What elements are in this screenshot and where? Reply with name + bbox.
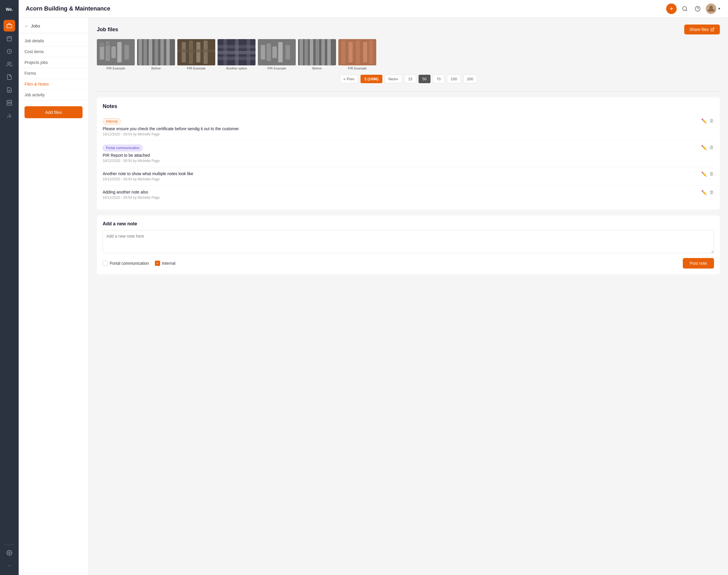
internal-label: Internal xyxy=(162,261,176,266)
note-text: Adding another note also xyxy=(103,190,714,194)
page-size-200[interactable]: 200 xyxy=(463,75,477,83)
delete-note-icon[interactable]: 🗑 xyxy=(709,171,714,177)
user-avatar-container[interactable]: ▼ xyxy=(706,3,721,14)
delete-note-icon[interactable]: 🗑 xyxy=(709,190,714,195)
notes-title: Notes xyxy=(103,103,714,109)
note-text: Another note to show what multiple notes… xyxy=(103,171,714,176)
edit-note-icon[interactable]: ✏️ xyxy=(701,145,707,150)
svg-line-20 xyxy=(712,28,714,30)
help-icon[interactable] xyxy=(693,4,702,13)
edit-note-icon[interactable]: ✏️ xyxy=(701,118,707,124)
notes-section: Notes Internal Please ensure you check t… xyxy=(97,98,720,210)
nav-bar: We. xyxy=(0,0,19,575)
sidebar-item-files-notes[interactable]: Files & Notes xyxy=(19,79,88,90)
note-meta: 16/12/2020 - 09:54 by Michelle Page xyxy=(103,132,714,136)
nav-settings[interactable] xyxy=(3,547,15,559)
note-text: Please ensure you check the certificate … xyxy=(103,126,714,131)
image-thumb xyxy=(298,39,336,65)
svg-rect-9 xyxy=(7,100,12,102)
job-files-title: Job files xyxy=(97,27,118,33)
svg-rect-34 xyxy=(160,39,164,65)
delete-note-icon[interactable]: 🗑 xyxy=(709,145,714,150)
image-item[interactable]: Another option xyxy=(218,39,255,70)
prev-page-button[interactable]: « Prev xyxy=(340,75,359,83)
note-item: Portal communication PIR Report to be at… xyxy=(103,141,714,167)
svg-rect-51 xyxy=(266,43,271,61)
image-item[interactable]: PIR Example xyxy=(97,39,135,70)
note-actions: ✏️ 🗑 xyxy=(701,118,714,124)
svg-rect-65 xyxy=(356,41,360,64)
page-size-70[interactable]: 70 xyxy=(433,75,444,83)
svg-rect-41 xyxy=(177,49,215,52)
svg-point-14 xyxy=(9,552,10,554)
svg-rect-54 xyxy=(286,45,290,60)
nav-chart[interactable] xyxy=(3,110,15,122)
add-note-section: Add a new note Portal communication ✓ In… xyxy=(97,215,720,274)
note-textarea[interactable] xyxy=(103,230,714,253)
sidebar-item-projects-jobs[interactable]: Projects jobs xyxy=(19,57,88,68)
nav-calendar[interactable] xyxy=(3,33,15,44)
note-tag-internal: Internal xyxy=(103,118,121,125)
image-item[interactable]: Before xyxy=(298,39,336,70)
svg-rect-66 xyxy=(363,42,367,63)
sidebar-item-job-details[interactable]: Job details xyxy=(19,36,88,46)
note-meta: 16/12/2020 - 09:54 by Michelle Page xyxy=(103,196,714,200)
image-item[interactable]: Before xyxy=(137,39,175,70)
note-checkboxes: Portal communication ✓ Internal xyxy=(103,261,175,266)
page-size-50[interactable]: 50 xyxy=(418,75,430,83)
image-label: PIR Example xyxy=(106,67,125,70)
share-files-button[interactable]: Share files xyxy=(684,25,720,34)
nav-clock[interactable] xyxy=(3,45,15,57)
nav-briefcase[interactable] xyxy=(3,20,15,32)
post-note-button[interactable]: Post note xyxy=(683,258,714,269)
svg-rect-53 xyxy=(278,42,283,63)
image-item[interactable]: PIR Example xyxy=(338,39,376,70)
svg-rect-1 xyxy=(7,36,12,41)
next-page-button[interactable]: Next» xyxy=(385,75,402,83)
edit-note-icon[interactable]: ✏️ xyxy=(701,171,707,177)
note-text: PIR Report to be attached xyxy=(103,153,714,158)
internal-checkbox[interactable]: ✓ Internal xyxy=(155,261,176,266)
add-note-title: Add a new note xyxy=(103,221,714,227)
nav-users[interactable] xyxy=(3,58,15,70)
image-label: PIR Example xyxy=(267,67,286,70)
page-size-100[interactable]: 100 xyxy=(447,75,461,83)
svg-rect-32 xyxy=(149,39,152,65)
nav-expand-arrow[interactable]: → xyxy=(3,560,15,572)
add-button[interactable]: + xyxy=(666,3,677,14)
section-divider xyxy=(97,91,720,92)
svg-rect-60 xyxy=(321,39,325,65)
portal-communication-checkbox[interactable]: Portal communication xyxy=(103,261,149,266)
edit-note-icon[interactable]: ✏️ xyxy=(701,190,707,195)
sidebar-item-cost-items[interactable]: Cost items xyxy=(19,46,88,57)
nav-document[interactable] xyxy=(3,84,15,96)
search-icon[interactable] xyxy=(680,4,690,13)
sidebar-item-job-activity[interactable]: Job activity xyxy=(19,90,88,100)
svg-rect-35 xyxy=(166,39,170,65)
note-item: Internal Please ensure you check the cer… xyxy=(103,114,714,141)
image-item[interactable]: PIR Example xyxy=(177,39,215,70)
svg-line-16 xyxy=(686,10,687,11)
svg-rect-48 xyxy=(247,39,250,65)
add-files-button[interactable]: Add files xyxy=(25,106,82,118)
avatar-chevron-icon: ▼ xyxy=(718,7,721,11)
content-row: ← Jobs Job details Cost items Projects j… xyxy=(19,18,728,575)
svg-rect-63 xyxy=(341,41,345,64)
svg-rect-26 xyxy=(124,45,129,60)
back-to-jobs[interactable]: ← Jobs xyxy=(19,23,88,33)
delete-note-icon[interactable]: 🗑 xyxy=(709,118,714,124)
image-thumb xyxy=(177,39,215,65)
image-label: Another option xyxy=(226,67,247,70)
sidebar-item-forms[interactable]: Forms xyxy=(19,68,88,79)
image-thumb xyxy=(137,39,175,65)
image-item[interactable]: PIR Example xyxy=(258,39,296,70)
avatar xyxy=(706,3,716,14)
svg-rect-0 xyxy=(7,25,12,28)
nav-reports[interactable] xyxy=(3,71,15,83)
nav-server[interactable] xyxy=(3,97,15,109)
page-size-15[interactable]: 15 xyxy=(405,75,416,83)
header-title: Acorn Building & Maintenance xyxy=(26,5,666,12)
note-item: Another note to show what multiple notes… xyxy=(103,167,714,185)
svg-rect-47 xyxy=(235,39,239,65)
current-page-button[interactable]: 2 (1096) xyxy=(361,75,382,83)
